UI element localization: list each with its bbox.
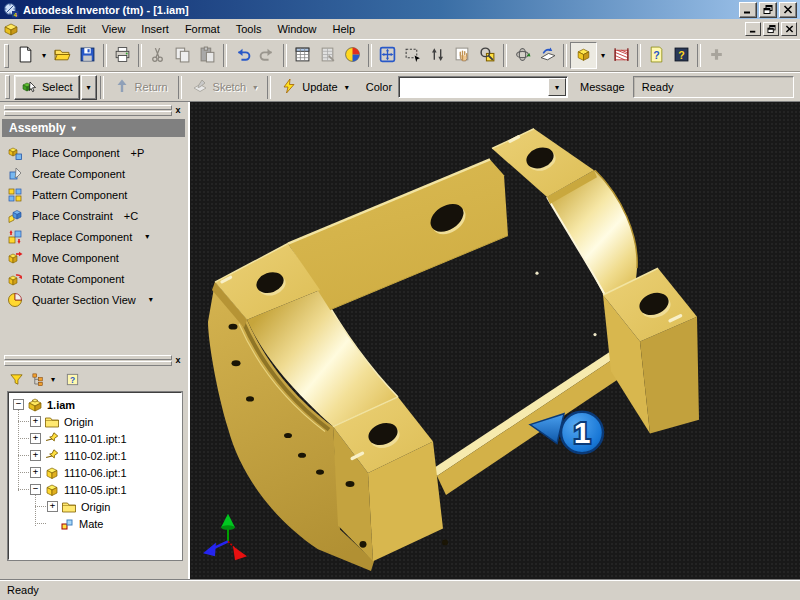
mdi-restore-button[interactable] (763, 22, 779, 36)
part-model[interactable] (208, 129, 699, 571)
minimize-button[interactable] (739, 2, 757, 18)
tree-item-1110-05-ipt-1[interactable]: −1110-05.ipt:1 (9, 481, 181, 498)
update-button[interactable]: Update ▾ (274, 76, 356, 99)
select-button[interactable]: Select (14, 75, 80, 100)
add-icon (708, 46, 725, 65)
open-button[interactable] (50, 43, 75, 68)
zoom-icon (429, 46, 446, 65)
graphics-viewport[interactable]: 1 (190, 102, 800, 579)
close-button[interactable] (779, 2, 797, 18)
colorwheel-button[interactable] (340, 43, 365, 68)
panel-close-icon[interactable]: x (172, 356, 184, 365)
chevron-down-icon[interactable]: ▾ (51, 375, 55, 384)
tree-item-1110-01-ipt-1[interactable]: +1110-01.ipt:1 (9, 430, 181, 447)
update-icon (281, 78, 297, 96)
assembly-item-place-constraint[interactable]: Place Constraint+C (0, 205, 188, 226)
new-button[interactable] (13, 43, 38, 68)
assembly-item-create-component[interactable]: Create Component (0, 163, 188, 184)
tree-view-icon[interactable] (29, 370, 47, 388)
assembly-item-quarter-section-view[interactable]: Quarter Section View▾ (0, 289, 188, 310)
sheet-icon (294, 46, 311, 65)
assembly-item-pattern-component[interactable]: Pattern Component (0, 184, 188, 205)
sheet-edit-button[interactable] (315, 43, 340, 68)
expand-icon[interactable]: + (30, 416, 41, 427)
print-button[interactable] (110, 43, 135, 68)
orientation-triad (203, 514, 247, 561)
mdi-minimize-button[interactable] (745, 22, 761, 36)
pattern-component-icon (7, 187, 23, 203)
add-button[interactable] (704, 43, 729, 68)
mdi-close-button[interactable] (781, 22, 797, 36)
expand-icon[interactable]: + (30, 433, 41, 444)
menu-bar: FileEditViewInsertFormatToolsWindowHelp (0, 19, 800, 39)
rotate-view-button[interactable] (510, 43, 535, 68)
menu-item-help[interactable]: Help (325, 21, 364, 37)
folder-icon (44, 414, 60, 430)
panel-close-icon[interactable]: x (172, 106, 184, 115)
toolbar-grip[interactable] (5, 75, 10, 99)
menu-item-edit[interactable]: Edit (59, 21, 94, 37)
item-label: Quarter Section View (32, 294, 136, 306)
panel-grip[interactable]: x (4, 355, 184, 365)
chevron-down-icon[interactable]: ▾ (548, 78, 566, 96)
cut-button[interactable] (145, 43, 170, 68)
copy-button[interactable] (170, 43, 195, 68)
assembly-item-rotate-component[interactable]: Rotate Component (0, 268, 188, 289)
sketch-button[interactable]: Sketch ▾ (185, 76, 265, 99)
assembly-item-replace-component[interactable]: Replace Component▾ (0, 226, 188, 247)
assembly-item-move-component[interactable]: Move Component (0, 247, 188, 268)
collapse-icon[interactable]: − (30, 484, 41, 495)
assembly-panel-header[interactable]: Assembly ▾ (2, 119, 185, 137)
undo-button[interactable] (230, 43, 255, 68)
expand-icon[interactable]: + (30, 450, 41, 461)
toolbar-grip[interactable] (4, 44, 9, 68)
menu-item-view[interactable]: View (94, 21, 134, 37)
section-analysis-button[interactable] (609, 43, 634, 68)
zoom-select-button[interactable] (475, 43, 500, 68)
restore-button[interactable] (759, 2, 777, 18)
filter-funnel-icon[interactable] (7, 370, 25, 388)
collapse-icon[interactable]: − (13, 399, 24, 410)
zoom-window-button[interactable] (400, 43, 425, 68)
select-dropdown-button[interactable]: ▾ (81, 75, 97, 100)
shaded-display-button[interactable] (570, 42, 597, 69)
help-icon[interactable]: ? (63, 370, 81, 388)
expand-icon[interactable]: + (30, 467, 41, 478)
expand-icon[interactable]: + (47, 501, 58, 512)
tree-item-label: 1110-01.ipt:1 (64, 433, 127, 445)
place-component-icon (7, 145, 23, 161)
look-at-button[interactable] (535, 43, 560, 68)
tree-item-mate[interactable]: Mate (9, 515, 181, 532)
zoom-all-button[interactable] (375, 43, 400, 68)
menu-item-window[interactable]: Window (269, 21, 324, 37)
menu-item-insert[interactable]: Insert (133, 21, 177, 37)
chevron-down-icon: ▾ (149, 295, 153, 304)
axis-x-arrow (233, 546, 247, 560)
sheet-button[interactable] (290, 43, 315, 68)
whats-this-button[interactable]: ? (669, 43, 694, 68)
menu-item-tools[interactable]: Tools (228, 21, 270, 37)
tree-item-origin[interactable]: +Origin (9, 413, 181, 430)
menu-item-format[interactable]: Format (177, 21, 228, 37)
pan-button[interactable] (450, 43, 475, 68)
chevron-down-icon: ▾ (145, 232, 149, 241)
help-topics-button[interactable]: ? (644, 43, 669, 68)
save-button[interactable] (75, 43, 100, 68)
panel-grip[interactable]: x (4, 105, 184, 115)
zoom-button[interactable] (425, 43, 450, 68)
paste-button[interactable] (195, 43, 220, 68)
dropdown-arrow-icon[interactable]: ▾ (597, 43, 609, 68)
tree-item-1110-06-ipt-1[interactable]: +1110-06.ipt:1 (9, 464, 181, 481)
svg-text:?: ? (678, 49, 684, 61)
menu-item-file[interactable]: File (25, 21, 59, 37)
assembly-panel-items: Place Component+PCreate ComponentPattern… (0, 142, 188, 310)
assembly-item-place-component[interactable]: Place Component+P (0, 142, 188, 163)
dropdown-arrow-icon[interactable]: ▾ (38, 43, 50, 68)
redo-button[interactable] (255, 43, 280, 68)
color-combobox[interactable]: ▾ (398, 76, 568, 98)
tree-item-origin[interactable]: +Origin (9, 498, 181, 515)
toolbar-separator (368, 44, 372, 67)
tree-item-1-iam[interactable]: −1.iam (9, 396, 181, 413)
return-button[interactable]: Return (107, 76, 175, 99)
tree-item-1110-02-ipt-1[interactable]: +1110-02.ipt:1 (9, 447, 181, 464)
